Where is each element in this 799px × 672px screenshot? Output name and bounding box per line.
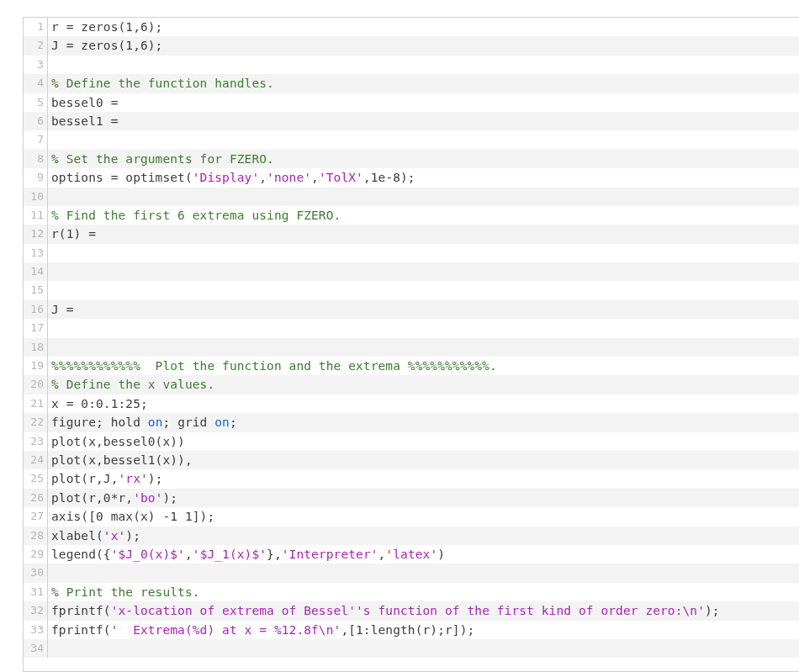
syntax-string: 'none' (267, 171, 311, 184)
code-line[interactable]: 16J = (24, 300, 799, 319)
code-line[interactable]: 18 (24, 338, 799, 357)
code-text[interactable] (48, 188, 799, 206)
line-number: 14 (24, 262, 48, 281)
code-line[interactable]: 9options = optimset('Display','none','To… (24, 168, 799, 187)
code-text[interactable]: % Find the first 6 extrema using FZERO. (48, 206, 799, 225)
code-text[interactable] (48, 639, 799, 658)
syntax-comment: % Print the results. (51, 585, 200, 599)
code-text[interactable]: fprintf('x-location of extrema of Bessel… (48, 601, 799, 620)
syntax-normal: ) (437, 548, 445, 561)
syntax-normal: ,1e-8); (363, 171, 415, 184)
code-line[interactable]: 11% Find the first 6 extrema using FZERO… (24, 206, 799, 225)
code-container[interactable]: 1r = zeros(1,6);2J = zeros(1,6);34% Defi… (23, 17, 799, 672)
syntax-string: 'rx' (118, 472, 147, 485)
code-line[interactable]: 22figure; hold on; grid on; (24, 413, 799, 431)
code-line[interactable]: 24plot(x,bessel1(x)), (24, 451, 799, 469)
syntax-string: 'x-location of extrema of Bessel''s func… (111, 604, 705, 617)
syntax-normal: xlabel( (51, 529, 103, 542)
syntax-normal: plot(x,bessel0(x)) (51, 435, 185, 448)
code-line[interactable]: 26plot(r,0*r,'bo'); (24, 489, 799, 507)
syntax-normal: ; grid (162, 415, 214, 429)
code-text[interactable] (48, 564, 799, 582)
syntax-normal: plot(x,bessel1(x)), (51, 453, 193, 467)
code-line[interactable]: 27axis([0 max(x) -1 1]); (24, 507, 799, 526)
syntax-normal: }, (267, 548, 282, 561)
code-line[interactable]: 3 (24, 56, 799, 74)
code-line[interactable]: 5bessel0 = (24, 93, 799, 112)
code-line[interactable]: 34 (24, 639, 799, 658)
syntax-comment: %%%%%%%%%%%% Plot the function and the e… (51, 359, 497, 373)
code-line[interactable]: 7 (24, 130, 799, 149)
code-line[interactable]: 29legend({'$J_0(x)$','$J_1(x)$'},'Interp… (24, 545, 799, 564)
syntax-normal: options = optimset( (51, 171, 193, 184)
code-line[interactable]: 30 (24, 564, 799, 582)
code-text[interactable]: axis([0 max(x) -1 1]); (48, 507, 799, 526)
code-line[interactable]: 17 (24, 319, 799, 337)
code-line[interactable]: 32fprintf('x-location of extrema of Bess… (24, 601, 799, 620)
code-text[interactable]: figure; hold on; grid on; (48, 413, 799, 431)
code-text[interactable] (48, 130, 799, 149)
code-line[interactable]: 19%%%%%%%%%%%% Plot the function and the… (24, 357, 799, 375)
code-text[interactable]: bessel1 = (48, 112, 799, 130)
code-line[interactable]: 1r = zeros(1,6); (24, 18, 799, 36)
syntax-string: 'latex' (385, 548, 437, 561)
code-text[interactable]: J = zeros(1,6); (48, 36, 799, 55)
code-line[interactable]: 33fprintf(' Extrema(%d) at x = %12.8f\n'… (24, 621, 799, 639)
code-line[interactable]: 23plot(x,bessel0(x)) (24, 432, 799, 451)
code-line[interactable]: 31% Print the results. (24, 583, 799, 601)
code-text[interactable]: x = 0:0.1:25; (48, 394, 799, 413)
syntax-string: 'x' (103, 529, 126, 542)
code-text[interactable]: r(1) = (48, 225, 799, 243)
code-line[interactable]: 21x = 0:0.1:25; (24, 394, 799, 413)
syntax-string: 'TolX' (319, 171, 363, 184)
code-text[interactable]: options = optimset('Display','none','Tol… (48, 168, 799, 187)
code-line[interactable]: 28xlabel('x'); (24, 526, 799, 545)
code-text[interactable]: legend({'$J_0(x)$','$J_1(x)$'},'Interpre… (48, 545, 799, 564)
code-text[interactable] (48, 281, 799, 299)
code-line[interactable]: 12r(1) = (24, 225, 799, 243)
code-line[interactable]: 14 (24, 262, 799, 281)
code-line[interactable]: 8% Set the arguments for FZERO. (24, 150, 799, 168)
code-text[interactable]: plot(x,bessel1(x)), (48, 451, 799, 469)
code-text[interactable]: J = (48, 300, 799, 319)
code-line[interactable]: 2J = zeros(1,6); (24, 36, 799, 55)
code-text[interactable]: %%%%%%%%%%%% Plot the function and the e… (48, 357, 799, 375)
line-number: 17 (24, 319, 48, 337)
line-number: 2 (24, 36, 48, 55)
code-text[interactable]: % Define the x values. (48, 375, 799, 394)
code-text[interactable]: bessel0 = (48, 93, 799, 112)
line-number: 22 (24, 413, 48, 431)
code-text[interactable]: % Define the function handles. (48, 74, 799, 93)
code-line[interactable]: 6bessel1 = (24, 112, 799, 130)
code-text[interactable] (48, 319, 799, 337)
code-line[interactable]: 15 (24, 281, 799, 299)
line-number: 33 (24, 621, 48, 639)
syntax-comment: % Define the x values. (51, 378, 214, 391)
line-number: 15 (24, 281, 48, 299)
code-line[interactable]: 20% Define the x values. (24, 375, 799, 394)
syntax-normal: r(1) = (51, 227, 103, 241)
code-text[interactable] (48, 262, 799, 281)
code-text[interactable] (48, 56, 799, 74)
code-text[interactable]: plot(r,J,'rx'); (48, 469, 799, 488)
code-text[interactable]: xlabel('x'); (48, 526, 799, 545)
syntax-normal: plot(r,J, (51, 472, 118, 485)
code-line[interactable]: 25plot(r,J,'rx'); (24, 469, 799, 488)
line-number: 16 (24, 300, 48, 319)
line-number: 12 (24, 225, 48, 243)
code-text[interactable] (48, 338, 799, 357)
syntax-string: 'Display' (193, 171, 259, 184)
code-text[interactable]: plot(r,0*r,'bo'); (48, 489, 799, 507)
code-text[interactable]: r = zeros(1,6); (48, 18, 799, 36)
code-line[interactable]: 10 (24, 188, 799, 206)
code-line[interactable]: 4% Define the function handles. (24, 74, 799, 93)
code-text[interactable] (48, 244, 799, 262)
syntax-string: '$J_0(x)$' (111, 548, 185, 561)
line-number: 30 (24, 564, 48, 582)
code-text[interactable]: fprintf(' Extrema(%d) at x = %12.8f\n',[… (48, 621, 799, 639)
code-text[interactable]: plot(x,bessel0(x)) (48, 432, 799, 451)
code-line[interactable]: 13 (24, 244, 799, 262)
syntax-string: ' Extrema(%d) at x = %12.8f\n' (111, 623, 341, 637)
code-text[interactable]: % Set the arguments for FZERO. (48, 150, 799, 168)
code-text[interactable]: % Print the results. (48, 583, 799, 601)
